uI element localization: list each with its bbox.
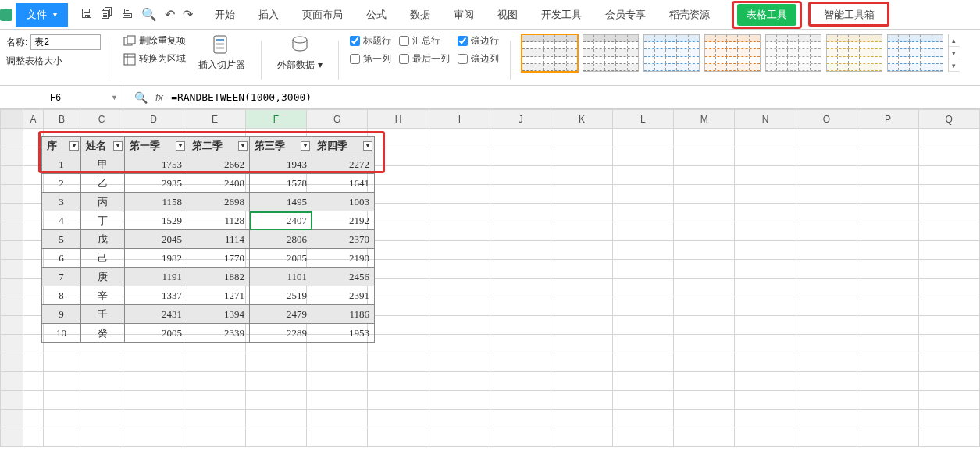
table-style-6[interactable] <box>887 34 943 72</box>
cell[interactable] <box>612 428 673 447</box>
ribbon-tab-11[interactable]: 智能工具箱 <box>822 5 876 25</box>
cell[interactable] <box>123 391 184 410</box>
data-cell[interactable]: 1 <box>42 155 81 174</box>
cell[interactable] <box>429 297 490 316</box>
cell[interactable] <box>43 410 80 428</box>
cell[interactable] <box>918 260 979 279</box>
cell[interactable] <box>857 241 918 260</box>
table-style-4[interactable] <box>765 34 821 72</box>
cell[interactable] <box>796 260 857 279</box>
data-cell[interactable]: 癸 <box>81 324 125 343</box>
row-head-6[interactable] <box>1 222 23 241</box>
cell[interactable] <box>796 391 857 410</box>
cell[interactable] <box>368 222 429 241</box>
cell[interactable] <box>80 353 123 372</box>
cell[interactable] <box>551 147 612 166</box>
row-head-4[interactable] <box>1 185 23 204</box>
cell[interactable] <box>918 297 979 316</box>
cell[interactable] <box>429 222 490 241</box>
save-as-icon[interactable]: 🗐 <box>101 7 113 22</box>
cell[interactable] <box>490 222 551 241</box>
data-cell[interactable]: 2806 <box>250 230 312 249</box>
cell[interactable] <box>735 147 796 166</box>
data-header-5[interactable]: 第四季▾ <box>312 137 375 155</box>
row-head-10[interactable] <box>1 297 23 316</box>
cell[interactable] <box>429 428 490 447</box>
external-data-button[interactable]: 外部数据 ▾ <box>273 34 326 72</box>
cell[interactable] <box>23 204 44 222</box>
data-cell[interactable]: 8 <box>42 286 81 305</box>
col-head-B[interactable]: B <box>43 110 80 129</box>
cell[interactable] <box>368 129 429 147</box>
insert-slicer-button[interactable]: 插入切片器 <box>194 34 250 72</box>
filter-dropdown-icon[interactable]: ▾ <box>301 141 310 151</box>
data-table[interactable]: 序▾姓名▾第一季▾第二季▾第三季▾第四季▾1甲17532662194322722… <box>41 136 375 343</box>
cell[interactable] <box>551 335 612 353</box>
cell[interactable] <box>490 260 551 279</box>
cell[interactable] <box>857 297 918 316</box>
cell[interactable] <box>612 129 673 147</box>
cell[interactable] <box>80 372 123 391</box>
cell[interactable] <box>857 353 918 372</box>
col-head-M[interactable]: M <box>674 110 735 129</box>
cell[interactable] <box>674 185 735 204</box>
cell[interactable] <box>796 279 857 297</box>
cell[interactable] <box>307 391 368 410</box>
cell[interactable] <box>23 428 44 447</box>
cell[interactable] <box>368 410 429 428</box>
data-cell[interactable]: 1882 <box>187 268 250 286</box>
cell[interactable] <box>23 260 44 279</box>
row-head-5[interactable] <box>1 204 23 222</box>
data-cell[interactable]: 丁 <box>81 211 125 230</box>
data-cell[interactable]: 2 <box>42 174 81 193</box>
col-head-N[interactable]: N <box>735 110 796 129</box>
cell[interactable] <box>735 279 796 297</box>
cell[interactable] <box>735 353 796 372</box>
cell[interactable] <box>857 372 918 391</box>
cell[interactable] <box>918 166 979 185</box>
table-style-2[interactable] <box>643 34 700 72</box>
cell[interactable] <box>857 316 918 335</box>
cell[interactable] <box>368 391 429 410</box>
cell[interactable] <box>429 260 490 279</box>
cell[interactable] <box>796 166 857 185</box>
undo-icon[interactable]: ↶ <box>165 7 175 22</box>
gallery-down-icon[interactable]: ▾ <box>949 47 960 59</box>
data-cell[interactable]: 2370 <box>312 230 375 249</box>
row-head-2[interactable] <box>1 147 23 166</box>
gallery-more-icon[interactable]: ▾ <box>949 59 960 72</box>
cell[interactable] <box>674 147 735 166</box>
cell[interactable] <box>674 316 735 335</box>
cell[interactable] <box>368 335 429 353</box>
fx-icon[interactable]: fx <box>155 91 163 103</box>
cell[interactable] <box>796 316 857 335</box>
row-head-17[interactable] <box>1 428 23 447</box>
row-head-11[interactable] <box>1 316 23 335</box>
cell[interactable] <box>23 129 44 147</box>
data-cell[interactable]: 1394 <box>187 305 250 324</box>
row-head-16[interactable] <box>1 410 23 428</box>
cell[interactable] <box>43 353 80 372</box>
cell[interactable] <box>429 279 490 297</box>
data-cell[interactable]: 1753 <box>125 155 187 174</box>
cell[interactable] <box>368 147 429 166</box>
data-cell[interactable]: 1337 <box>125 286 187 305</box>
data-cell[interactable]: 9 <box>42 305 81 324</box>
col-head-Q[interactable]: Q <box>918 110 979 129</box>
cell[interactable] <box>80 428 123 447</box>
cell[interactable] <box>368 241 429 260</box>
remove-duplicates-button[interactable]: 删除重复项 <box>123 34 186 48</box>
cell[interactable] <box>368 372 429 391</box>
cell[interactable] <box>612 185 673 204</box>
cell[interactable] <box>857 428 918 447</box>
cell[interactable] <box>23 297 44 316</box>
cell[interactable] <box>857 204 918 222</box>
zoom-icon[interactable]: 🔍 <box>134 91 148 104</box>
cell[interactable] <box>796 410 857 428</box>
cell[interactable] <box>918 241 979 260</box>
data-cell[interactable]: 3 <box>42 193 81 211</box>
cell[interactable] <box>918 353 979 372</box>
cell[interactable] <box>551 260 612 279</box>
cell[interactable] <box>918 222 979 241</box>
cell[interactable] <box>735 410 796 428</box>
